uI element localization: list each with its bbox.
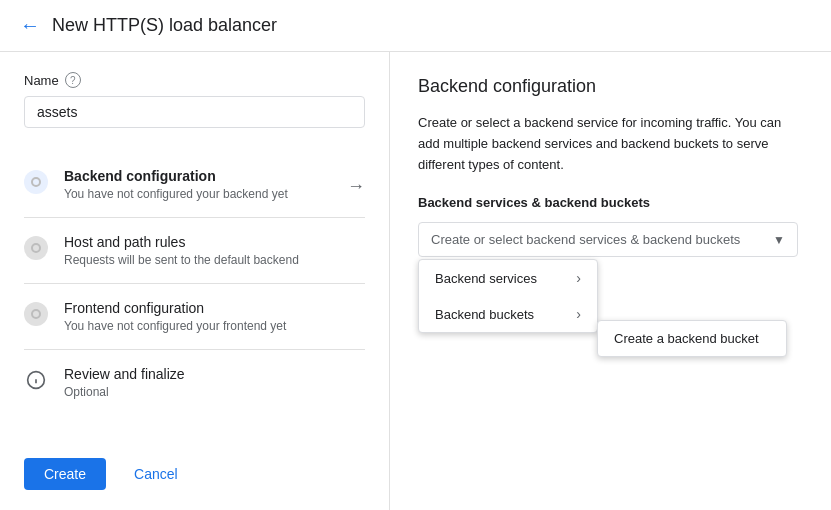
dropdown-container: Create or select backend services & back… [418,222,798,257]
name-label: Name [24,73,59,88]
step-title-host: Host and path rules [64,234,365,250]
steps: Backend configuration You have not confi… [24,152,365,415]
submenu-item-create-bucket[interactable]: Create a backend bucket [598,321,786,356]
step-indicator-host [24,236,48,260]
name-row: Name ? [24,72,365,88]
left-panel: Name ? Backend configuration You have no… [0,52,390,510]
step-backend[interactable]: Backend configuration You have not confi… [24,152,365,218]
step-frontend[interactable]: Frontend configuration You have not conf… [24,284,365,350]
chevron-right-icon-buckets: › [576,306,581,322]
step-content-frontend: Frontend configuration You have not conf… [64,300,365,333]
dot-empty-3 [31,309,41,319]
step-title-review: Review and finalize [64,366,365,382]
step-indicator-frontend [24,302,48,326]
step-title-backend: Backend configuration [64,168,347,184]
page-title: New HTTP(S) load balancer [52,15,277,36]
right-panel: Backend configuration Create or select a… [390,52,831,510]
step-subtitle-host: Requests will be sent to the default bac… [64,253,365,267]
help-icon[interactable]: ? [65,72,81,88]
header: ← New HTTP(S) load balancer [0,0,831,52]
submenu-buckets: Create a backend bucket [597,320,787,357]
dot-empty [31,177,41,187]
section-label: Backend services & backend buckets [418,195,803,210]
dropdown-arrow-icon: ▼ [773,233,785,247]
step-subtitle-frontend: You have not configured your frontend ye… [64,319,365,333]
step-content-backend: Backend configuration You have not confi… [64,168,347,201]
main-layout: Name ? Backend configuration You have no… [0,52,831,510]
cancel-button[interactable]: Cancel [118,458,194,490]
step-indicator-review [24,368,48,392]
step-subtitle-review: Optional [64,385,365,399]
dot-empty-2 [31,243,41,253]
step-content-host: Host and path rules Requests will be sen… [64,234,365,267]
step-review[interactable]: Review and finalize Optional [24,350,365,415]
dropdown-menu: Backend services › Backend buckets › Cre… [418,259,598,333]
menu-item-backend-services[interactable]: Backend services › [419,260,597,296]
create-button[interactable]: Create [24,458,106,490]
menu-item-label-buckets: Backend buckets [435,307,534,322]
menu-item-backend-buckets[interactable]: Backend buckets › Create a backend bucke… [419,296,597,332]
right-title: Backend configuration [418,76,803,97]
back-button[interactable]: ← [20,14,40,37]
step-content-review: Review and finalize Optional [64,366,365,399]
chevron-right-icon-services: › [576,270,581,286]
menu-item-label-services: Backend services [435,271,537,286]
backend-dropdown[interactable]: Create or select backend services & back… [418,222,798,257]
step-subtitle-backend: You have not configured your backend yet [64,187,347,201]
name-input[interactable] [24,96,365,128]
step-indicator-backend [24,170,48,194]
step-host-path[interactable]: Host and path rules Requests will be sen… [24,218,365,284]
back-icon: ← [20,14,40,37]
right-description: Create or select a backend service for i… [418,113,803,175]
step-arrow-backend: → [347,176,365,197]
step-title-frontend: Frontend configuration [64,300,365,316]
footer-buttons: Create Cancel [24,438,365,490]
dropdown-placeholder: Create or select backend services & back… [431,232,740,247]
